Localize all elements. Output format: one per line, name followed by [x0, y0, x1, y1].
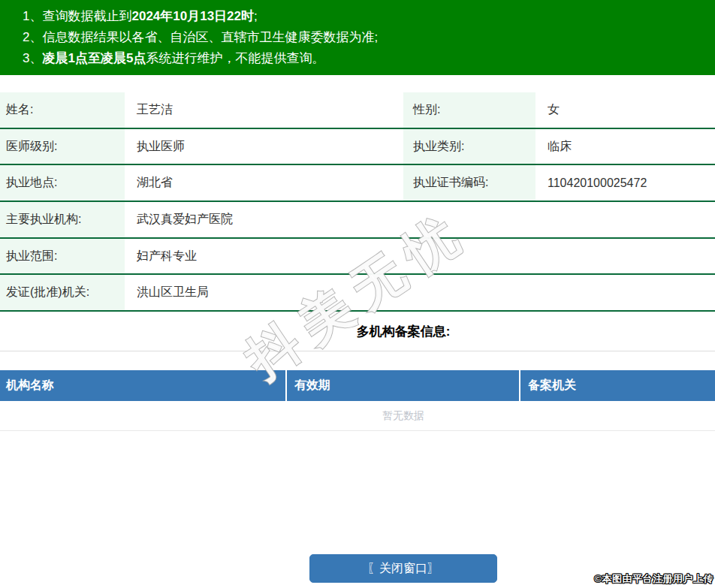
physician-info-table: 姓名: 王艺洁 性别: 女 医师级别: 执业医师 执业类别: 临床 执业地点: … — [0, 92, 715, 312]
records-section-header: 多机构备案信息: — [0, 312, 715, 351]
notice-text: ; — [254, 9, 258, 23]
doctor-level-value: 执业医师 — [125, 129, 403, 164]
certificate-no-value: 110420100025472 — [535, 165, 715, 201]
table-row: 医师级别: 执业医师 执业类别: 临床 — [0, 129, 715, 166]
practice-scope-value: 妇产科专业 — [125, 239, 715, 274]
notice-text: 查询数据截止到 — [42, 9, 131, 23]
practice-type-label: 执业类别: — [403, 129, 535, 164]
gender-value: 女 — [535, 92, 715, 128]
table-row: 执业范围: 妇产科专业 — [0, 239, 715, 276]
issuing-authority-label: 发证(批准)机关: — [0, 275, 125, 310]
notice-number: 2、 — [23, 30, 42, 44]
main-institution-label: 主要执业机构: — [0, 202, 125, 237]
close-window-button[interactable]: 〖关闭窗口〗 — [309, 554, 497, 583]
gender-label: 性别: — [403, 92, 535, 128]
notice-line-1: 1、查询数据截止到2024年10月13日22时; — [23, 6, 715, 27]
notice-banner: 1、查询数据截止到2024年10月13日22时; 2、信息数据结果以各省、自治区… — [0, 0, 715, 75]
copyright-stamp: ©本图由平台注册用户上传 — [594, 572, 713, 586]
records-table-header: 机构名称 有效期 备案机关 — [0, 370, 715, 401]
notice-line-2: 2、信息数据结果以各省、自治区、直辖市卫生健康委数据为准; — [23, 27, 715, 48]
practice-scope-label: 执业范围: — [0, 239, 125, 274]
table-row: 姓名: 王艺洁 性别: 女 — [0, 92, 715, 129]
notice-number: 1、 — [23, 9, 42, 23]
doctor-level-label: 医师级别: — [0, 129, 125, 164]
main-institution-value: 武汉真爱妇产医院 — [125, 202, 715, 237]
practice-type-value: 临床 — [535, 129, 715, 164]
records-section-title: 多机构备案信息: — [357, 323, 451, 340]
column-header-institution-name: 机构名称 — [0, 370, 285, 401]
practice-location-label: 执业地点: — [0, 165, 125, 201]
column-header-filing-authority: 备案机关 — [519, 370, 715, 401]
notice-line-3: 3、凌晨1点至凌晨5点系统进行维护，不能提供查询。 — [23, 48, 715, 69]
notice-bold-text: 凌晨1点至凌晨5点 — [42, 51, 146, 65]
notice-bold-text: 2024年10月13日22时 — [131, 9, 254, 23]
empty-data-placeholder: 暂无数据 — [0, 401, 715, 431]
practice-location-value: 湖北省 — [125, 165, 403, 201]
notice-text: 系统进行维护，不能提供查询。 — [146, 51, 324, 65]
notice-number: 3、 — [23, 51, 42, 65]
table-row: 执业地点: 湖北省 执业证书编码: 110420100025472 — [0, 165, 715, 202]
certificate-no-label: 执业证书编码: — [403, 165, 535, 201]
content-sheet: 姓名: 王艺洁 性别: 女 医师级别: 执业医师 执业类别: 临床 执业地点: … — [0, 92, 715, 583]
name-value: 王艺洁 — [125, 92, 403, 128]
table-row: 主要执业机构: 武汉真爱妇产医院 — [0, 202, 715, 239]
notice-text: 信息数据结果以各省、自治区、直辖市卫生健康委数据为准; — [42, 30, 378, 44]
table-row: 发证(批准)机关: 洪山区卫生局 — [0, 275, 715, 312]
name-label: 姓名: — [0, 92, 125, 128]
issuing-authority-value: 洪山区卫生局 — [125, 275, 715, 310]
column-header-validity-period: 有效期 — [285, 370, 519, 401]
